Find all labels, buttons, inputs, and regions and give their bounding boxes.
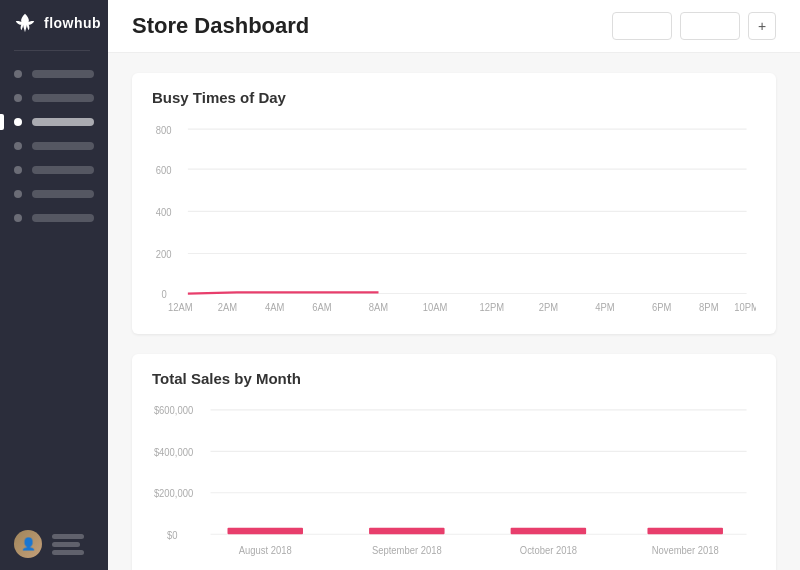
- busy-times-chart: 800 600 400 200 0 12AM 2AM 4: [152, 118, 756, 318]
- sidebar-footer: 👤: [0, 518, 108, 570]
- page-title: Store Dashboard: [132, 13, 309, 39]
- svg-text:12PM: 12PM: [479, 302, 504, 314]
- svg-text:400: 400: [156, 206, 172, 218]
- svg-text:4AM: 4AM: [265, 302, 284, 314]
- sidebar-dot-1: [14, 70, 22, 78]
- sidebar-item-1[interactable]: [0, 63, 108, 85]
- svg-text:8AM: 8AM: [369, 302, 388, 314]
- main-content: Store Dashboard + Busy Times of Day 800 …: [108, 0, 800, 570]
- svg-text:October 2018: October 2018: [520, 544, 577, 556]
- svg-rect-32: [511, 528, 587, 535]
- footer-line-1: [52, 534, 84, 539]
- svg-text:$200,000: $200,000: [154, 488, 194, 500]
- svg-text:$600,000: $600,000: [154, 405, 194, 417]
- avatar-image: 👤: [14, 530, 42, 558]
- busy-times-svg: 800 600 400 200 0 12AM 2AM 4: [152, 118, 756, 318]
- footer-line-2: [52, 542, 80, 547]
- sidebar-line-4: [32, 142, 94, 150]
- svg-text:800: 800: [156, 124, 172, 136]
- sidebar-line-3: [32, 118, 94, 126]
- sidebar-dot-4: [14, 142, 22, 150]
- svg-text:November 2018: November 2018: [652, 544, 719, 556]
- svg-text:$400,000: $400,000: [154, 446, 194, 458]
- footer-line-3: [52, 550, 84, 555]
- svg-text:6PM: 6PM: [652, 302, 671, 314]
- svg-rect-30: [228, 528, 304, 535]
- svg-text:2AM: 2AM: [218, 302, 237, 314]
- sidebar-logo: flowhub: [0, 0, 108, 46]
- svg-text:6AM: 6AM: [312, 302, 331, 314]
- sidebar: flowhub: [0, 0, 108, 570]
- svg-text:4PM: 4PM: [595, 302, 614, 314]
- busy-times-card: Busy Times of Day 800 600 400 200 0: [132, 73, 776, 334]
- svg-text:600: 600: [156, 164, 172, 176]
- svg-text:10AM: 10AM: [423, 302, 448, 314]
- app-name: flowhub: [44, 15, 101, 31]
- sidebar-top-divider: [14, 50, 90, 51]
- svg-text:$0: $0: [167, 529, 178, 541]
- sidebar-item-3[interactable]: [0, 111, 108, 133]
- svg-text:2PM: 2PM: [539, 302, 558, 314]
- footer-menu-lines[interactable]: [52, 534, 84, 555]
- svg-text:September 2018: September 2018: [372, 544, 442, 556]
- header-filter-btn-2[interactable]: [680, 12, 740, 40]
- sidebar-line-6: [32, 190, 94, 198]
- page-header: Store Dashboard +: [108, 0, 800, 53]
- avatar: 👤: [14, 530, 42, 558]
- total-sales-svg: $600,000 $400,000 $200,000 $0: [152, 399, 756, 570]
- total-sales-card: Total Sales by Month $600,000 $400,000 $…: [132, 354, 776, 570]
- sidebar-nav: [0, 55, 108, 518]
- total-sales-title: Total Sales by Month: [152, 370, 756, 387]
- sidebar-dot-6: [14, 190, 22, 198]
- sidebar-item-6[interactable]: [0, 183, 108, 205]
- sidebar-dot-3: [14, 118, 22, 126]
- svg-text:10PM: 10PM: [734, 302, 756, 314]
- svg-text:8PM: 8PM: [699, 302, 718, 314]
- sidebar-dot-7: [14, 214, 22, 222]
- total-sales-chart: $600,000 $400,000 $200,000 $0: [152, 399, 756, 570]
- charts-container: Busy Times of Day 800 600 400 200 0: [108, 53, 800, 570]
- sidebar-line-2: [32, 94, 94, 102]
- sidebar-dot-5: [14, 166, 22, 174]
- sidebar-line-7: [32, 214, 94, 222]
- busy-times-title: Busy Times of Day: [152, 89, 756, 106]
- sidebar-line-5: [32, 166, 94, 174]
- header-add-btn[interactable]: +: [748, 12, 776, 40]
- sidebar-line-1: [32, 70, 94, 78]
- sidebar-item-5[interactable]: [0, 159, 108, 181]
- svg-rect-33: [647, 528, 723, 535]
- svg-text:200: 200: [156, 248, 172, 260]
- svg-text:August 2018: August 2018: [239, 544, 292, 556]
- header-filter-btn-1[interactable]: [612, 12, 672, 40]
- sidebar-item-4[interactable]: [0, 135, 108, 157]
- sidebar-item-2[interactable]: [0, 87, 108, 109]
- flowhub-logo-icon: [14, 12, 36, 34]
- svg-text:12AM: 12AM: [168, 302, 193, 314]
- sidebar-item-7[interactable]: [0, 207, 108, 229]
- header-controls: +: [612, 12, 776, 40]
- sidebar-dot-2: [14, 94, 22, 102]
- svg-rect-31: [369, 528, 445, 535]
- svg-text:0: 0: [161, 288, 166, 300]
